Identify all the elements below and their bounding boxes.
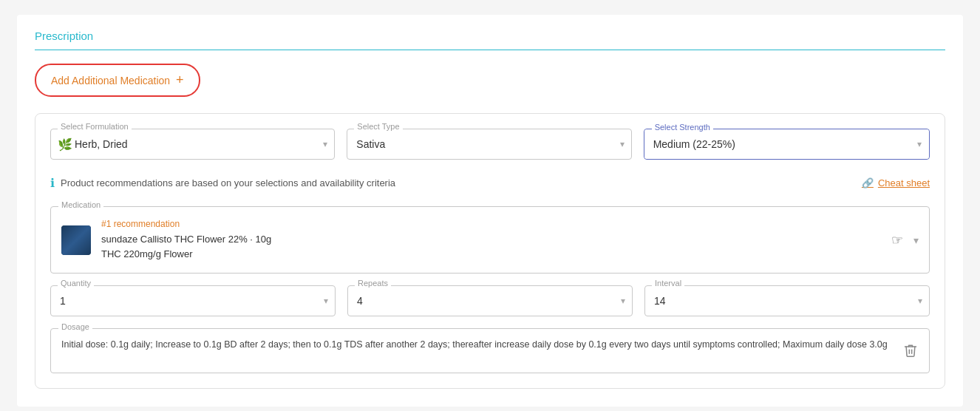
- add-medication-label: Add Additional Medication: [51, 75, 170, 86]
- medication-card: Select Formulation 🌿 Herb, Dried ▾ Selec…: [35, 113, 945, 389]
- formulation-group: Select Formulation 🌿 Herb, Dried ▾: [50, 129, 335, 160]
- herb-icon: 🌿: [58, 137, 72, 152]
- cheat-sheet-label: Cheat sheet: [878, 177, 930, 188]
- info-text: Product recommendations are based on you…: [61, 177, 395, 188]
- dosage-label: Dosage: [58, 322, 92, 331]
- medication-chevron-icon[interactable]: ▾: [913, 234, 919, 246]
- interval-label: Interval: [652, 279, 684, 288]
- type-label: Select Type: [354, 122, 402, 131]
- dosage-row: Dosage Initial dose: 0.1g daily; Increas…: [50, 328, 930, 373]
- cursor-icon: ☞: [891, 232, 903, 248]
- repeats-label: Repeats: [355, 279, 391, 288]
- type-group: Select Type Sativa ▾: [347, 129, 631, 160]
- strength-select[interactable]: Medium (22-25%): [644, 129, 929, 159]
- strength-label: Select Strength: [652, 123, 713, 132]
- medication-field[interactable]: Medication #1 recommendation sundaze Cal…: [50, 206, 930, 274]
- interval-group: Interval 14 ▾: [644, 285, 930, 316]
- dosage-text: Initial dose: 0.1g daily; Increase to 0.…: [61, 338, 919, 352]
- add-medication-button[interactable]: Add Additional Medication +: [35, 64, 200, 97]
- med-name-line1: sundaze Callisto THC Flower 22% · 10g: [101, 234, 271, 245]
- strength-group: Select Strength Medium (22-25%) ▾: [644, 129, 930, 160]
- repeats-select[interactable]: 4: [347, 285, 633, 316]
- cheat-sheet-link[interactable]: 🔗 Cheat sheet: [862, 177, 930, 188]
- delete-button[interactable]: [903, 343, 918, 361]
- medication-content: #1 recommendation sundaze Callisto THC F…: [61, 219, 919, 261]
- interval-select[interactable]: 14: [644, 285, 930, 316]
- type-select[interactable]: Sativa: [347, 129, 631, 160]
- info-icon: ℹ: [50, 176, 55, 190]
- info-text-container: ℹ Product recommendations are based on y…: [50, 176, 395, 190]
- quantity-group: Quantity 1 ▾: [50, 285, 336, 316]
- plus-icon: +: [176, 72, 184, 88]
- formulation-select[interactable]: Herb, Dried: [50, 129, 335, 160]
- thumbnail-image: [61, 225, 91, 255]
- form-row-selectors: Select Formulation 🌿 Herb, Dried ▾ Selec…: [50, 129, 930, 160]
- med-name-line2: THC 220mg/g Flower: [101, 248, 193, 259]
- repeats-group: Repeats 4 ▾: [347, 285, 633, 316]
- medication-thumbnail: [61, 225, 91, 255]
- qri-row: Quantity 1 ▾ Repeats 4 ▾ Interval 14 ▾: [50, 285, 930, 316]
- medication-info: #1 recommendation sundaze Callisto THC F…: [101, 219, 866, 261]
- link-icon: 🔗: [862, 177, 874, 188]
- page-container: Prescription Add Additional Medication +…: [17, 15, 963, 407]
- medication-field-label: Medication: [58, 200, 103, 209]
- quantity-label: Quantity: [58, 279, 94, 288]
- medication-name: sundaze Callisto THC Flower 22% · 10g TH…: [101, 232, 866, 261]
- dosage-field: Dosage Initial dose: 0.1g daily; Increas…: [50, 328, 930, 373]
- info-row: ℹ Product recommendations are based on y…: [50, 171, 930, 194]
- formulation-label: Select Formulation: [58, 122, 132, 131]
- quantity-select[interactable]: 1: [50, 285, 336, 316]
- section-title: Prescription: [35, 30, 945, 50]
- recommendation-label: #1 recommendation: [101, 219, 866, 229]
